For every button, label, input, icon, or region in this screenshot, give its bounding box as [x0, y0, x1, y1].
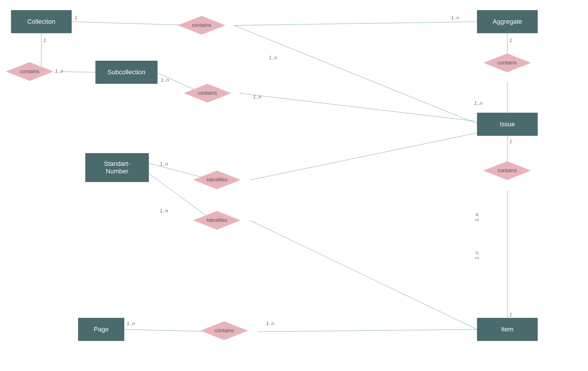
svg-line-14: [250, 220, 477, 329]
card-sub-issue: 1..n: [253, 94, 261, 100]
card-issue-down: 1: [509, 139, 512, 144]
diamond-contains-top: contains: [178, 16, 225, 35]
entity-standart-number: Standart-Number: [85, 153, 149, 182]
svg-line-5: [234, 25, 478, 124]
card-top-issue: 1..n: [269, 55, 277, 61]
diamond-contains-page: contains: [200, 321, 248, 340]
diamond-contains-issue: contains: [483, 161, 531, 180]
card-item-top: 1: [509, 312, 512, 318]
card-issue-item: 1..n: [474, 213, 480, 221]
entity-aggregate: Aggregate: [477, 10, 538, 33]
card-page-contains: 1..n: [127, 321, 135, 327]
card-ident-item-vertical: 1..n: [474, 251, 480, 259]
card-collection-down: 1: [43, 38, 46, 43]
entity-page: Page: [78, 318, 124, 341]
svg-line-1: [234, 22, 477, 25]
card-aggregate-down: 1: [509, 38, 512, 43]
diamond-contains-sub: contains: [184, 84, 231, 103]
card-agg-issue: 1..n: [474, 101, 482, 106]
svg-line-12: [250, 133, 477, 180]
entity-item: Item: [477, 318, 538, 341]
card-sn-bot: 1..n: [160, 208, 168, 214]
diamond-contains-left: contains: [6, 62, 53, 81]
card-contains-item: 1..n: [266, 321, 274, 327]
diamond-contains-agg: contains: [483, 53, 531, 72]
diagram-container: Collection Aggregate Subcollection Issue…: [0, 0, 588, 371]
diamond-identifies-bot: Identifies: [193, 211, 241, 230]
entity-subcollection: Subcollection: [95, 61, 158, 84]
svg-line-6: [240, 93, 477, 121]
svg-line-16: [257, 329, 477, 332]
entity-collection: Collection: [11, 10, 72, 33]
diamond-identifies-top: Identifies: [193, 170, 241, 189]
card-sn-top: 1..n: [160, 161, 168, 167]
card-collection-top: 1: [75, 15, 77, 21]
svg-line-3: [62, 72, 95, 72]
card-sub-contains: 1..n: [161, 77, 169, 83]
entity-issue: Issue: [477, 113, 538, 136]
card-contains-left-sub: 1..n: [55, 68, 63, 74]
card-top-aggregate: 1..n: [451, 15, 459, 21]
